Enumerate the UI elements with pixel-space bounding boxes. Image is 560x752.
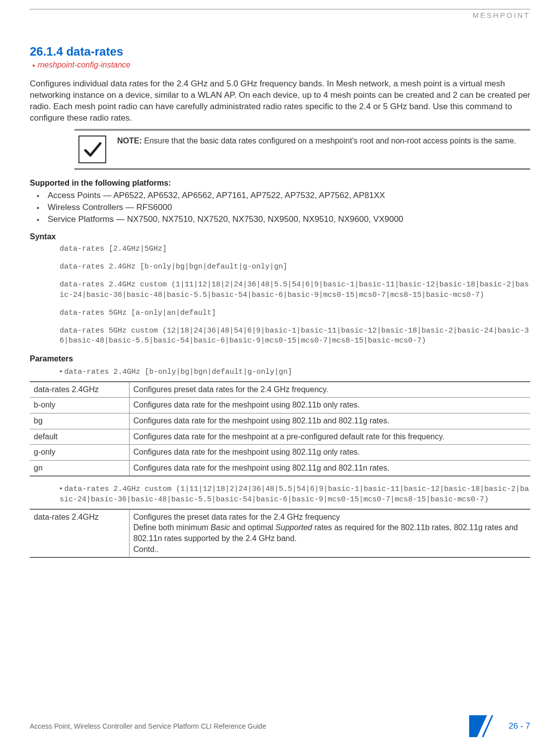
- syntax-block: data-rates 2.4GHz [b-only|bg|bgn|default…: [60, 262, 530, 272]
- param-key: default: [30, 429, 129, 445]
- note-body: Ensure that the basic data rates configu…: [142, 137, 516, 145]
- param-key: gn: [30, 460, 129, 476]
- syntax-heading: Syntax: [30, 232, 530, 241]
- param-desc: Configures data rate for the meshpoint u…: [129, 445, 530, 461]
- syntax-block: data-rates [2.4GHz|5GHz]: [60, 244, 530, 254]
- desc-line: Configures the preset data rates for the…: [134, 512, 527, 523]
- param-bullet: data-rates 2.4GHz custom (1|11|12|18|2|2…: [60, 483, 530, 505]
- param-key: data-rates 2.4GHz: [30, 382, 129, 398]
- footer-guide-title: Access Point, Wireless Controller and Se…: [30, 722, 266, 730]
- table-row: data-rates 2.4GHzConfigures preset data …: [30, 382, 530, 398]
- list-item: Access Points — AP6522, AP6532, AP6562, …: [48, 191, 530, 201]
- section-number: 26.1.4: [30, 45, 63, 58]
- desc-line: Contd..: [134, 544, 527, 555]
- checkmark-icon: [78, 136, 106, 163]
- table-row: gnConfigures data rate for the meshpoint…: [30, 460, 530, 476]
- footer: Access Point, Wireless Controller and Se…: [30, 715, 530, 737]
- page-slash-icon: [469, 715, 504, 737]
- platforms-heading: Supported in the following platforms:: [30, 179, 530, 188]
- text: Define both minimum: [134, 523, 211, 532]
- syntax-block: data-rates 5GHz custom (12|18|24|36|48|5…: [60, 326, 530, 346]
- param-key: data-rates 2.4GHz: [30, 509, 129, 557]
- platforms-list: Access Points — AP6522, AP6532, AP6562, …: [48, 191, 530, 224]
- italic-text: Basic: [210, 523, 230, 532]
- section-title: 26.1.4 data-rates: [30, 45, 530, 59]
- top-rule: [30, 9, 530, 9]
- list-item: Wireless Controllers — RFS6000: [48, 203, 530, 212]
- list-item: Service Platforms — NX7500, NX7510, NX75…: [48, 214, 530, 224]
- section-name: data-rates: [66, 45, 123, 58]
- param-desc: Configures data rate for the meshpoint u…: [129, 460, 530, 476]
- table-row: b-onlyConfigures data rate for the meshp…: [30, 398, 530, 413]
- table-row: bgConfigures data rate for the meshpoint…: [30, 413, 530, 429]
- param-key: bg: [30, 413, 129, 429]
- param-desc: Configures data rate for the meshpoint a…: [129, 429, 530, 445]
- syntax-block: data-rates 2.4GHz custom (1|11|12|18|2|2…: [60, 280, 530, 300]
- table-row: data-rates 2.4GHz Configures the preset …: [30, 509, 530, 557]
- note-box: NOTE: Ensure that the basic data rates c…: [74, 129, 530, 170]
- page-badge: 26 - 7: [469, 715, 530, 737]
- table-row: defaultConfigures data rate for the mesh…: [30, 429, 530, 445]
- note-label: NOTE:: [117, 137, 142, 145]
- params-table-2: data-rates 2.4GHz Configures the preset …: [30, 509, 530, 558]
- intro-paragraph: Configures individual data rates for the…: [30, 78, 530, 124]
- italic-text: Supported: [276, 523, 312, 532]
- desc-line: Define both minimum Basic and optimal Su…: [134, 522, 527, 544]
- param-desc: Configures preset data rates for the 2.4…: [129, 382, 530, 398]
- page-number: 26 - 7: [509, 721, 530, 731]
- text: and optimal: [230, 523, 276, 532]
- syntax-block: data-rates 5GHz [a-only|an|default]: [60, 308, 530, 318]
- param-bullet: data-rates 2.4GHz [b-only|bg|bgn|default…: [60, 366, 530, 377]
- table-row: g-onlyConfigures data rate for the meshp…: [30, 445, 530, 461]
- breadcrumb: meshpoint-config-instance: [33, 61, 530, 69]
- parameters-heading: Parameters: [30, 354, 530, 363]
- param-desc: Configures data rate for the meshpoint u…: [129, 398, 530, 413]
- param-desc: Configures data rate for the meshpoint u…: [129, 413, 530, 429]
- params-table-1: data-rates 2.4GHzConfigures preset data …: [30, 381, 530, 477]
- param-key: b-only: [30, 398, 129, 413]
- param-key: g-only: [30, 445, 129, 461]
- note-text: NOTE: Ensure that the basic data rates c…: [117, 136, 516, 146]
- header-brand: MESHPOINT: [473, 11, 530, 19]
- param-desc: Configures the preset data rates for the…: [129, 509, 530, 557]
- main-content: 26.1.4 data-rates meshpoint-config-insta…: [30, 45, 530, 558]
